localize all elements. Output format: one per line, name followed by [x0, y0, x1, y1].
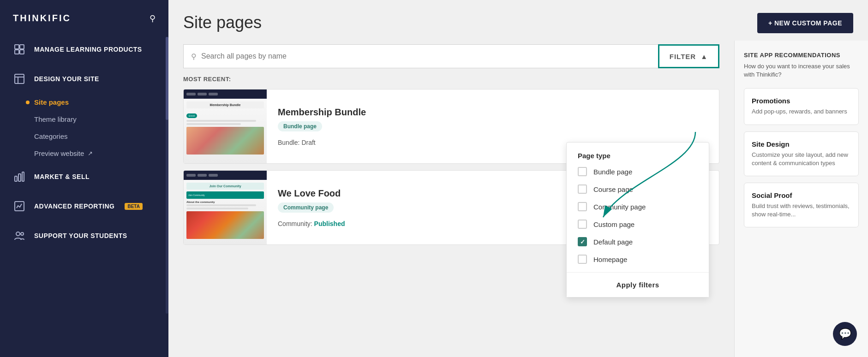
rec-card-site-design-title: Site Design — [752, 140, 851, 148]
card-meta-value-1: Draft — [301, 139, 315, 146]
rec-card-social-proof[interactable]: Social Proof Build trust with reviews, t… — [744, 183, 859, 227]
filter-option-course-page[interactable]: Course page — [578, 184, 698, 194]
filter-button[interactable]: FILTER ▲ — [658, 44, 719, 68]
report-icon — [13, 200, 26, 213]
thumb-nav-dot6: BLOG — [209, 174, 218, 177]
checkbox-community-page[interactable] — [578, 202, 587, 211]
checkbox-homepage-label: Homepage — [593, 256, 627, 263]
apply-filters-button[interactable]: Apply filters — [567, 273, 709, 297]
main-body: ⚲ FILTER ▲ MOST RECENT: FROD COURSES B — [168, 41, 868, 357]
new-custom-page-button[interactable]: + NEW CUSTOM PAGE — [757, 13, 853, 33]
rec-card-promotions[interactable]: Promotions Add pop-ups, rewards, and ban… — [744, 88, 859, 125]
most-recent-label: MOST RECENT: — [183, 76, 719, 83]
thumb-nav-dot5: COURSES — [198, 174, 207, 177]
thumb-nav-dot3: BLOG — [209, 93, 218, 95]
main-header: Site pages + NEW CUSTOM PAGE — [168, 0, 868, 41]
checkbox-homepage[interactable] — [578, 255, 587, 264]
checkbox-course-page-label: Course page — [593, 185, 633, 193]
sidebar-item-market-sell[interactable]: MARKET & SELL — [0, 162, 168, 191]
svg-rect-4 — [15, 74, 24, 83]
checkbox-custom-page[interactable] — [578, 220, 587, 229]
filter-option-bundle-page[interactable]: Bundle page — [578, 167, 698, 176]
svg-rect-3 — [20, 50, 24, 54]
filter-section-title: Page type — [578, 152, 698, 160]
site-app-desc: How do you want to increase your sales w… — [744, 62, 859, 79]
card-type-badge-2: Community page — [278, 202, 334, 213]
site-app-title: SITE APP RECOMMENDATIONS — [744, 52, 859, 59]
card-type-badge-1: Bundle page — [278, 121, 322, 131]
sidebar-item-advanced-reporting[interactable]: ADVANCED REPORTING BETA — [0, 191, 168, 221]
card-thumbnail-2: FROD COURSES BLOG Join Our Community Joi… — [184, 171, 267, 244]
search-input[interactable] — [201, 52, 651, 60]
filter-chevron-icon: ▲ — [700, 53, 708, 60]
sidebar-item-advanced-reporting-label: ADVANCED REPORTING — [34, 202, 114, 210]
sidebar-item-site-pages[interactable]: Site pages — [0, 94, 168, 111]
svg-point-11 — [16, 232, 20, 236]
thumb-food-img — [186, 127, 264, 155]
app-logo: THINKIFIC — [13, 13, 71, 24]
sidebar-item-manage-learning[interactable]: MANAGE LEARNING PRODUCTS — [0, 35, 168, 64]
people-icon — [13, 229, 26, 242]
rec-card-social-proof-title: Social Proof — [752, 191, 851, 199]
filter-option-community-page[interactable]: Community page — [578, 202, 698, 211]
sidebar-item-theme-library[interactable]: Theme library — [0, 111, 168, 128]
sidebar-nav: MANAGE LEARNING PRODUCTS DESIGN YOUR SIT… — [0, 35, 168, 357]
pages-section: ⚲ FILTER ▲ MOST RECENT: FROD COURSES B — [168, 41, 734, 357]
rec-card-promotions-desc: Add pop-ups, rewards, and banners — [752, 107, 851, 116]
checkbox-course-page[interactable] — [578, 184, 587, 194]
sidebar-item-design-site-label: DESIGN YOUR SITE — [34, 75, 99, 83]
sidebar-item-support-students[interactable]: SUPPORT YOUR STUDENTS — [0, 221, 168, 250]
filter-label: FILTER — [670, 53, 696, 60]
header-search-icon[interactable]: ⚲ — [150, 13, 156, 24]
rec-card-promotions-title: Promotions — [752, 97, 851, 105]
grid-icon — [13, 43, 26, 56]
filter-option-custom-page[interactable]: Custom page — [578, 220, 698, 229]
card-meta-value-2: Published — [314, 220, 345, 227]
filter-option-default-page[interactable]: Default page — [578, 237, 698, 246]
svg-rect-8 — [18, 174, 21, 181]
thumb-about: About the community — [186, 201, 264, 203]
card-meta-key-2: Community: — [278, 220, 312, 227]
svg-rect-2 — [15, 50, 19, 54]
chart-icon — [13, 170, 26, 183]
thumb-food-img2 — [186, 211, 264, 239]
card-thumbnail-1: FROD COURSES BLOG Membership Bundle Enro… — [184, 89, 267, 163]
chat-bubble-button[interactable]: 💬 — [833, 322, 857, 346]
svg-rect-9 — [22, 172, 24, 181]
thumb-cta: Join Community — [188, 194, 205, 196]
thumb-nav-dot: FROD — [186, 93, 196, 95]
thumb-line4 — [186, 208, 248, 209]
sidebar-logo-area: THINKIFIC ⚲ — [0, 0, 168, 35]
card-meta-key-1: Bundle: — [278, 139, 299, 146]
filter-dropdown: Page type Bundle page Course page Commun… — [566, 142, 709, 298]
thumb-badge: Enroll — [186, 113, 197, 118]
sidebar-item-categories[interactable]: Categories — [0, 128, 168, 145]
sidebar-item-design-site[interactable]: DESIGN YOUR SITE — [0, 64, 168, 94]
checkbox-default-page[interactable] — [578, 237, 587, 246]
thumb-banner: Membership Bundle — [186, 101, 264, 108]
checkbox-default-page-label: Default page — [593, 238, 633, 246]
search-bar-row: ⚲ FILTER ▲ — [183, 44, 719, 68]
thumb-banner2: Join Our Community — [186, 183, 264, 190]
rec-card-social-proof-desc: Build trust with reviews, testimonials, … — [752, 202, 851, 219]
svg-rect-0 — [15, 45, 19, 49]
sidebar-item-preview-website[interactable]: Preview website ↗ — [0, 145, 168, 162]
beta-badge: BETA — [125, 203, 142, 210]
search-wrapper: ⚲ — [183, 44, 658, 68]
card-name-1: Membership Bundle — [278, 107, 708, 118]
checkbox-community-page-label: Community page — [593, 203, 646, 211]
thumb-line3 — [186, 204, 256, 206]
page-title: Site pages — [183, 13, 262, 32]
search-icon: ⚲ — [191, 52, 197, 61]
rec-card-site-design[interactable]: Site Design Customize your site layout, … — [744, 131, 859, 176]
sidebar-item-market-sell-label: MARKET & SELL — [34, 173, 90, 181]
layout-icon — [13, 72, 26, 85]
right-sidebar: SITE APP RECOMMENDATIONS How do you want… — [734, 41, 868, 357]
svg-point-12 — [21, 232, 24, 235]
filter-option-homepage[interactable]: Homepage — [578, 255, 698, 264]
checkbox-bundle-page-label: Bundle page — [593, 168, 632, 176]
checkbox-bundle-page[interactable] — [578, 167, 587, 176]
thumb-line — [186, 120, 256, 122]
sidebar: THINKIFIC ⚲ MANAGE LEARNING PRODUCTS — [0, 0, 168, 357]
thumb-nav-dot4: FROD — [186, 174, 196, 177]
